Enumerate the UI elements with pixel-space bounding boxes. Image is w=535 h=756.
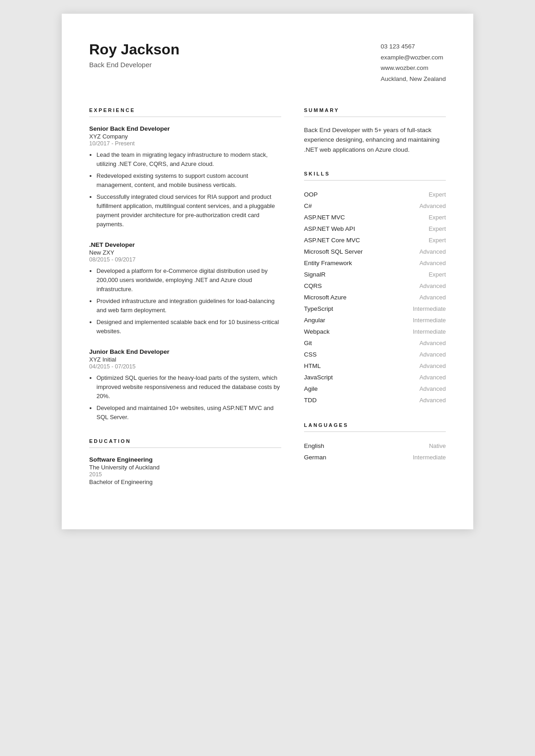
job-1-company: XYZ Company [89,133,281,140]
resume-header: Roy Jackson Back End Developer 03 123 45… [89,41,446,85]
skills-section: SKILLS OOPExpertC#AdvancedASP.NET MVCExp… [304,171,446,406]
edu-field: Bachelor of Engineering [89,479,281,485]
languages-list: EnglishNativeGermanIntermediate [304,440,446,463]
job-2-company: New ZXY [89,249,281,256]
skill-name-7: SignalR [304,271,326,278]
job-2-bullets: Developed a platform for e-Commerce digi… [89,266,281,336]
summary-divider [304,117,446,117]
skill-row-12: WebpackIntermediate [304,326,446,337]
job-1-bullets: Lead the team in migrating legacy infras… [89,150,281,229]
header-right: 03 123 4567 example@wozber.com www.wozbe… [380,41,446,85]
skill-level-6: Advanced [419,260,446,266]
job-3-dates: 04/2015 - 07/2015 [89,363,281,370]
skill-level-1: Advanced [419,202,446,209]
skill-level-11: Intermediate [413,317,446,324]
job-2-bullet-2: Provided infrastructure and integration … [96,297,281,315]
right-column: SUMMARY Back End Developer with 5+ years… [304,107,446,502]
job-3-bullet-1: Optimized SQL queries for the heavy-load… [96,373,281,401]
skill-level-18: Advanced [419,397,446,404]
skill-level-7: Expert [428,271,446,278]
job-1-title: Senior Back End Developer [89,125,281,132]
skill-level-10: Intermediate [413,305,446,312]
contact-location: Auckland, New Zealand [380,74,446,85]
skill-name-12: Webpack [304,328,330,335]
skill-level-0: Expert [428,191,446,198]
contact-website: www.wozber.com [380,63,446,74]
experience-divider [89,117,281,117]
languages-divider [304,431,446,432]
skills-section-title: SKILLS [304,171,446,176]
skill-level-17: Advanced [419,385,446,392]
skill-row-18: TDDAdvanced [304,394,446,406]
skill-level-3: Expert [428,225,446,232]
skill-row-14: CSSAdvanced [304,349,446,360]
job-2: .NET Developer New ZXY 08/2015 - 09/2017… [89,241,281,336]
job-2-dates: 08/2015 - 09/2017 [89,256,281,263]
skill-row-10: TypeScriptIntermediate [304,303,446,314]
job-3-title: Junior Back End Developer [89,348,281,355]
skill-row-13: GitAdvanced [304,337,446,349]
skill-level-12: Intermediate [413,328,446,335]
lang-level-1: Intermediate [413,454,446,461]
skill-row-1: C#Advanced [304,200,446,212]
skill-level-13: Advanced [419,340,446,346]
skill-name-1: C# [304,202,312,209]
lang-name-1: German [304,454,326,461]
skill-level-5: Advanced [419,248,446,255]
lang-name-0: English [304,442,324,449]
skill-row-0: OOPExpert [304,189,446,200]
skill-name-2: ASP.NET MVC [304,214,345,221]
skill-level-14: Advanced [419,351,446,358]
edu-year: 2015 [89,471,281,478]
skill-name-13: Git [304,340,312,346]
job-1-bullet-3: Successfully integrated cloud services f… [96,192,281,229]
skill-name-6: Entity Framework [304,260,352,266]
skill-level-15: Advanced [419,362,446,369]
skill-name-9: Microsoft Azure [304,294,347,301]
skill-row-11: AngularIntermediate [304,314,446,326]
job-2-title: .NET Developer [89,241,281,248]
skill-name-16: JavaScript [304,374,333,381]
skill-level-9: Advanced [419,294,446,301]
skill-name-18: TDD [304,397,317,404]
skill-row-4: ASP.NET Core MVCExpert [304,234,446,246]
skills-divider [304,180,446,181]
job-3: Junior Back End Developer XYZ Initial 04… [89,348,281,422]
languages-section-title: LANGUAGES [304,422,446,428]
main-content: EXPERIENCE Senior Back End Developer XYZ… [89,107,446,502]
candidate-name: Roy Jackson [89,41,179,58]
languages-section: LANGUAGES EnglishNativeGermanIntermediat… [304,422,446,463]
experience-section: EXPERIENCE Senior Back End Developer XYZ… [89,107,281,422]
lang-level-0: Native [429,442,446,449]
job-3-company: XYZ Initial [89,356,281,363]
experience-section-title: EXPERIENCE [89,107,281,113]
skill-level-16: Advanced [419,374,446,381]
job-3-bullets: Optimized SQL queries for the heavy-load… [89,373,281,422]
skill-row-3: ASP.NET Web APIExpert [304,223,446,234]
job-1-bullet-1: Lead the team in migrating legacy infras… [96,150,281,169]
skill-row-5: Microsoft SQL ServerAdvanced [304,246,446,257]
skill-name-0: OOP [304,191,318,198]
skill-row-2: ASP.NET MVCExpert [304,212,446,223]
job-2-bullet-1: Developed a platform for e-Commerce digi… [96,266,281,294]
skill-name-4: ASP.NET Core MVC [304,237,360,244]
lang-row-0: EnglishNative [304,440,446,452]
skill-name-3: ASP.NET Web API [304,225,355,232]
summary-section: SUMMARY Back End Developer with 5+ years… [304,107,446,155]
skill-name-14: CSS [304,351,317,358]
summary-section-title: SUMMARY [304,107,446,113]
job-2-bullet-3: Designed and implemented scalable back e… [96,318,281,336]
education-section: EDUCATION Software Engineering The Unive… [89,438,281,485]
skill-row-6: Entity FrameworkAdvanced [304,257,446,269]
skill-level-2: Expert [428,214,446,221]
skills-list: OOPExpertC#AdvancedASP.NET MVCExpertASP.… [304,189,446,406]
job-1: Senior Back End Developer XYZ Company 10… [89,125,281,229]
edu-school: The University of Auckland [89,464,281,471]
skill-name-15: HTML [304,362,321,369]
left-column: EXPERIENCE Senior Back End Developer XYZ… [89,107,281,502]
skill-row-8: CQRSAdvanced [304,280,446,292]
skill-row-16: JavaScriptAdvanced [304,372,446,383]
skill-name-11: Angular [304,317,326,324]
education-divider [89,447,281,448]
education-entry-1: Software Engineering The University of A… [89,456,281,485]
